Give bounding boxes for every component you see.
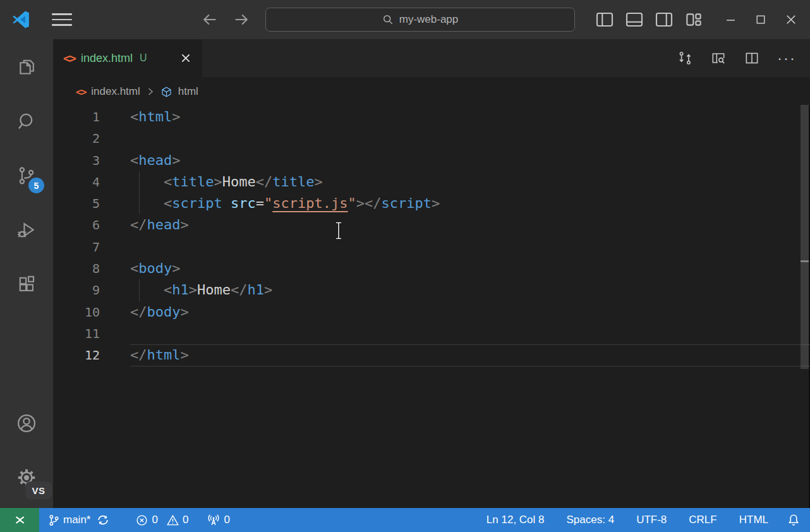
explorer-icon bbox=[16, 56, 37, 78]
code-line[interactable]: 1<html> bbox=[53, 106, 810, 128]
code-text[interactable]: <html> bbox=[130, 106, 180, 128]
breadcrumb-file[interactable]: index.html bbox=[91, 85, 140, 98]
line-number: 1 bbox=[53, 106, 100, 128]
ports-count: 0 bbox=[224, 514, 229, 526]
sidebar-item-extensions[interactable] bbox=[11, 269, 42, 299]
git-branch-button[interactable]: main* bbox=[48, 514, 90, 526]
warning-count: 0 bbox=[183, 514, 188, 526]
main-area: 5 bbox=[0, 39, 810, 508]
encoding-setting[interactable]: UTF-8 bbox=[636, 514, 667, 526]
ports-button[interactable]: 0 bbox=[207, 514, 229, 526]
sidebar-item-run-debug[interactable] bbox=[11, 215, 42, 245]
more-actions-icon[interactable]: ··· bbox=[777, 55, 796, 61]
maximize-button[interactable] bbox=[746, 0, 776, 39]
run-and-debug-icon bbox=[16, 219, 37, 241]
search-icon bbox=[16, 111, 37, 132]
code-text[interactable]: </html> bbox=[130, 344, 189, 366]
line-number: 6 bbox=[53, 214, 100, 236]
line-number: 2 bbox=[53, 128, 100, 149]
statusbar-right: Ln 12, Col 8 Spaces: 4 UTF-8 CRLF HTML bbox=[464, 514, 810, 526]
tab-close-icon[interactable] bbox=[179, 52, 192, 64]
close-icon bbox=[786, 15, 796, 25]
line-number: 12 bbox=[53, 344, 100, 366]
customize-layout-icon[interactable] bbox=[684, 9, 704, 30]
git-branch-icon bbox=[48, 514, 60, 526]
code-line[interactable]: 11 bbox=[53, 323, 810, 344]
code-line[interactable]: 6</head> bbox=[53, 214, 810, 236]
problems-button[interactable]: 0 0 bbox=[136, 514, 188, 526]
breadcrumb-symbol[interactable]: html bbox=[178, 85, 198, 98]
line-number: 4 bbox=[53, 171, 100, 193]
minimize-icon bbox=[726, 15, 735, 25]
minimize-button[interactable] bbox=[715, 0, 746, 39]
go-back-icon[interactable] bbox=[201, 11, 219, 28]
open-preview-icon[interactable] bbox=[710, 50, 727, 66]
sidebar-item-source-control[interactable]: 5 bbox=[11, 160, 42, 191]
code-editor[interactable]: 1<html>23<head>4 <title>Home</title>5 <s… bbox=[53, 106, 810, 508]
indentation-setting[interactable]: Spaces: 4 bbox=[567, 514, 615, 526]
menu-icon[interactable] bbox=[52, 11, 72, 28]
code-text[interactable]: <body> bbox=[130, 258, 180, 279]
code-line[interactable]: 7 bbox=[53, 236, 810, 258]
line-number: 9 bbox=[53, 279, 100, 301]
bell-icon bbox=[787, 514, 800, 526]
code-text[interactable]: <title>Home</title> bbox=[130, 171, 323, 193]
tab-label: index.html bbox=[81, 52, 133, 65]
line-number: 8 bbox=[53, 258, 100, 279]
open-changes-icon[interactable] bbox=[677, 50, 693, 66]
title-bar: my-web-app bbox=[0, 0, 810, 39]
cursor-position[interactable]: Ln 12, Col 8 bbox=[487, 514, 545, 526]
toggle-panel-icon[interactable] bbox=[624, 9, 644, 30]
sidebar-item-explorer[interactable] bbox=[11, 52, 42, 82]
toggle-primary-sidebar-icon[interactable] bbox=[595, 9, 615, 30]
code-line[interactable]: 2 bbox=[53, 128, 810, 149]
sidebar-item-search[interactable] bbox=[11, 106, 42, 136]
code-line[interactable]: 12</html> bbox=[53, 344, 810, 366]
split-editor-icon[interactable] bbox=[744, 50, 760, 66]
toggle-secondary-sidebar-icon[interactable] bbox=[654, 9, 674, 30]
code-line[interactable]: 5 <script src="script.js"></script> bbox=[53, 193, 810, 214]
search-value: my-web-app bbox=[399, 13, 459, 26]
vscode-logo-icon bbox=[11, 10, 30, 29]
code-line[interactable]: 8<body> bbox=[53, 258, 810, 279]
html-file-icon: <> bbox=[76, 86, 85, 98]
language-mode[interactable]: HTML bbox=[739, 514, 768, 526]
branch-name: main* bbox=[63, 514, 90, 526]
code-text[interactable]: </body> bbox=[130, 301, 189, 323]
remote-icon bbox=[13, 513, 27, 527]
code-text[interactable]: </head> bbox=[130, 214, 189, 236]
sync-icon bbox=[97, 514, 109, 526]
error-count: 0 bbox=[152, 514, 157, 526]
status-bar: main* 0 0 bbox=[0, 508, 810, 532]
warning-icon bbox=[167, 514, 179, 526]
search-input[interactable]: my-web-app bbox=[265, 8, 575, 32]
line-number: 10 bbox=[53, 301, 100, 323]
vertical-scrollbar[interactable] bbox=[801, 105, 809, 369]
code-text[interactable]: <h1>Home</h1> bbox=[130, 279, 272, 301]
code-text[interactable]: <script src="script.js"></script> bbox=[130, 193, 440, 214]
notifications-button[interactable] bbox=[787, 514, 800, 526]
remote-indicator[interactable] bbox=[0, 508, 39, 532]
source-control-badge: 5 bbox=[28, 178, 44, 193]
statusbar-left: main* 0 0 bbox=[39, 514, 230, 526]
account-icon bbox=[15, 412, 38, 435]
code-line[interactable]: 10</body> bbox=[53, 301, 810, 323]
code-line[interactable]: 9 <h1>Home</h1> bbox=[53, 279, 810, 301]
radio-tower-icon bbox=[207, 514, 220, 526]
go-forward-icon[interactable] bbox=[233, 11, 250, 28]
eol-setting[interactable]: CRLF bbox=[689, 514, 716, 526]
editor-group: <> index.html U bbox=[53, 39, 810, 508]
line-number: 5 bbox=[53, 193, 100, 214]
sync-button[interactable] bbox=[97, 514, 109, 526]
vs-cursor-badge: VS bbox=[25, 481, 52, 499]
settings-button[interactable]: VS bbox=[11, 462, 42, 493]
code-line[interactable]: 3<head> bbox=[53, 150, 810, 171]
code-text[interactable]: <head> bbox=[130, 150, 180, 171]
code-line[interactable]: 4 <title>Home</title> bbox=[53, 171, 810, 193]
line-number: 3 bbox=[53, 150, 100, 171]
maximize-icon bbox=[756, 15, 765, 24]
account-button[interactable] bbox=[11, 408, 42, 438]
close-button[interactable] bbox=[776, 0, 806, 39]
tab-index-html[interactable]: <> index.html U bbox=[53, 39, 202, 77]
activity-bar: 5 bbox=[0, 39, 53, 508]
